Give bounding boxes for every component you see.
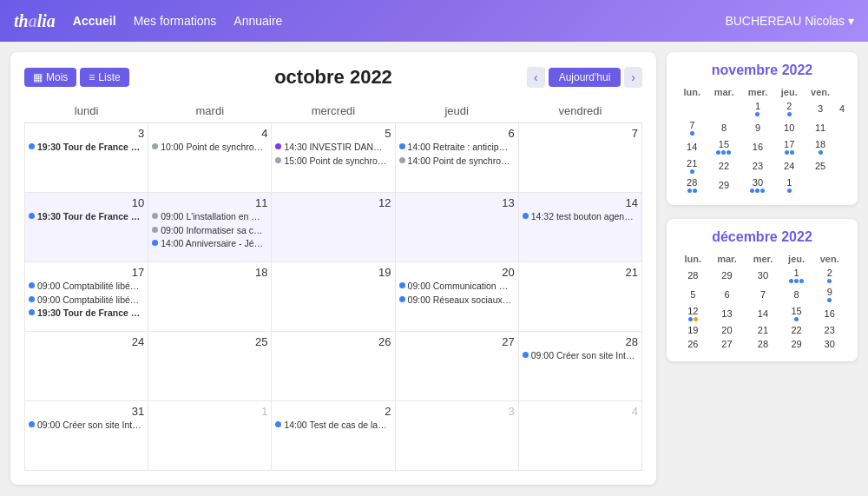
mini-day-cell[interactable]: 9 <box>740 118 774 137</box>
mini-day-cell[interactable]: 29 <box>707 175 740 195</box>
calendar-day-cell[interactable]: 27 <box>395 332 518 401</box>
calendar-day-cell[interactable]: 1 <box>148 401 272 471</box>
calendar-day-cell[interactable]: 18 <box>148 262 272 332</box>
calendar-day-cell[interactable]: 1019:30 Tour de France FSPF - Vac... <box>25 193 148 262</box>
mini-day-cell[interactable]: 7 <box>677 118 707 137</box>
mini-day-cell[interactable]: 19 <box>677 323 709 337</box>
calendar-event[interactable]: 09:00 Créer son site Internet av... <box>523 350 638 362</box>
calendar-event[interactable]: 09:00 Réseaux sociaux : dévelo... <box>399 294 515 307</box>
mini-day-cell[interactable]: 27 <box>709 337 746 351</box>
mini-day-cell[interactable]: 15 <box>707 137 740 156</box>
calendar-day-cell[interactable]: 614:00 Retraite : anticiper pour n...14:… <box>395 123 518 193</box>
mini-day-cell[interactable]: 28 <box>677 266 709 285</box>
mini-day-cell[interactable]: 8 <box>707 118 740 137</box>
calendar-day-cell[interactable]: 1109:00 L'installation en micro e...09:0… <box>148 193 272 262</box>
calendar-event[interactable]: 15:00 Point de synchro THALIA ... <box>275 155 391 168</box>
calendar-day-cell[interactable]: 2009:00 Communication non viol...09:00 R… <box>395 262 518 332</box>
calendar-event[interactable]: 14:00 Retraite : anticiper pour n... <box>399 142 515 154</box>
mini-day-cell[interactable]: 16 <box>812 304 847 323</box>
mini-day-cell[interactable]: 30 <box>745 266 781 285</box>
calendar-event[interactable]: 14:00 Point de synchro THALIA ... <box>399 155 515 168</box>
calendar-day-cell[interactable]: 26 <box>272 332 395 401</box>
calendar-day-cell[interactable]: 410:00 Point de synchro THALIA ... <box>148 123 272 193</box>
mini-day-cell[interactable]: 10 <box>774 118 804 137</box>
calendar-day-cell[interactable]: 1414:32 test bouton agenda via g... <box>518 193 641 262</box>
calendar-day-cell[interactable]: 13 <box>395 193 518 262</box>
calendar-event[interactable]: 19:30 Tour de France FSPF - La ... <box>29 142 144 154</box>
mini-day-cell[interactable]: 21 <box>677 156 707 175</box>
mini-day-cell[interactable]: 23 <box>812 323 847 337</box>
calendar-event[interactable]: 09:00 Comptabilité libérale : Ba... <box>29 281 144 293</box>
calendar-day-cell[interactable]: 514:30 INVESTIR DANS SON LOC...15:00 Poi… <box>272 123 395 193</box>
calendar-event[interactable]: 09:00 Informatiser sa comptab... <box>152 225 267 237</box>
mini-day-cell[interactable]: 14 <box>745 304 781 323</box>
calendar-event[interactable]: 14:30 INVESTIR DANS SON LOC... <box>275 142 391 154</box>
prev-month-btn[interactable]: ‹ <box>527 67 545 88</box>
mini-day-cell[interactable]: 18 <box>804 137 837 156</box>
next-month-btn[interactable]: › <box>624 67 642 88</box>
calendar-day-cell[interactable]: 19 <box>272 262 395 332</box>
today-btn[interactable]: Aujourd'hui <box>549 68 621 87</box>
mini-day-cell[interactable]: 4 <box>837 99 847 118</box>
calendar-event[interactable]: 09:00 Comptabilité libérale : Ba... <box>29 294 144 307</box>
calendar-event[interactable]: 09:00 Créer son site Internet av... <box>29 420 144 432</box>
mini-day-cell[interactable]: 7 <box>745 285 781 304</box>
mini-day-cell[interactable]: 5 <box>677 285 709 304</box>
mini-day-cell[interactable]: 30 <box>740 175 774 195</box>
btn-list[interactable]: ≡ Liste <box>80 68 128 87</box>
mini-day-cell[interactable]: 25 <box>804 156 837 175</box>
mini-day-cell[interactable]: 2 <box>812 266 847 285</box>
mini-day-cell[interactable]: 29 <box>709 266 746 285</box>
calendar-day-cell[interactable]: 7 <box>518 123 641 193</box>
mini-day-cell[interactable]: 16 <box>740 137 774 156</box>
mini-day-cell[interactable]: 30 <box>812 337 847 351</box>
mini-day-cell[interactable]: 12 <box>677 304 709 323</box>
mini-day-cell[interactable]: 20 <box>709 323 746 337</box>
calendar-day-cell[interactable]: 24 <box>25 332 148 401</box>
nav-annuaire[interactable]: Annuaire <box>233 14 282 28</box>
mini-day-cell[interactable]: 11 <box>804 118 837 137</box>
mini-day-cell[interactable]: 22 <box>707 156 740 175</box>
mini-day-cell[interactable] <box>707 99 740 118</box>
mini-day-cell[interactable]: 15 <box>781 304 812 323</box>
calendar-event[interactable]: 09:00 L'installation en micro e... <box>152 211 267 223</box>
calendar-event[interactable]: 14:00 Anniversaire - Jérémy ES... <box>152 238 267 250</box>
calendar-day-cell[interactable]: 4 <box>518 401 641 471</box>
mini-day-cell[interactable]: 1 <box>774 175 804 195</box>
btn-month[interactable]: ▦ Mois <box>24 68 76 87</box>
nav-accueil[interactable]: Accueil <box>73 14 116 28</box>
user-menu[interactable]: BUCHEREAU Nicolas <box>725 14 854 28</box>
calendar-day-cell[interactable]: 214:00 Test de cas de la MEP du ... <box>272 401 395 471</box>
mini-day-cell[interactable]: 1 <box>781 266 812 285</box>
calendar-event[interactable]: 19:30 Tour de France FSPF - Vac... <box>29 211 144 223</box>
mini-day-cell[interactable]: 24 <box>774 156 804 175</box>
calendar-day-cell[interactable]: 12 <box>272 193 395 262</box>
mini-day-cell[interactable]: 9 <box>812 285 847 304</box>
mini-day-cell[interactable]: 17 <box>774 137 804 156</box>
calendar-day-cell[interactable]: 1709:00 Comptabilité libérale : Ba...09:… <box>25 262 148 332</box>
mini-day-cell[interactable]: 26 <box>677 337 709 351</box>
mini-day-cell[interactable]: 28 <box>745 337 781 351</box>
calendar-day-cell[interactable]: 319:30 Tour de France FSPF - La ... <box>25 123 148 193</box>
mini-day-cell[interactable]: 6 <box>709 285 746 304</box>
mini-day-cell[interactable]: 21 <box>745 323 781 337</box>
mini-day-cell[interactable]: 3 <box>804 99 837 118</box>
calendar-day-cell[interactable]: 2809:00 Créer son site Internet av... <box>518 332 641 401</box>
mini-day-cell[interactable]: 1 <box>740 99 774 118</box>
mini-day-cell[interactable]: 22 <box>781 323 812 337</box>
mini-day-cell[interactable]: 29 <box>781 337 812 351</box>
mini-day-cell[interactable]: 23 <box>740 156 774 175</box>
calendar-day-cell[interactable]: 3 <box>395 401 518 471</box>
calendar-event[interactable]: 19:30 Tour de France FSPF - Dé... <box>29 308 144 320</box>
mini-day-cell[interactable]: 8 <box>781 285 812 304</box>
calendar-day-cell[interactable]: 25 <box>148 332 272 401</box>
mini-day-cell[interactable]: 2 <box>774 99 804 118</box>
calendar-event[interactable]: 10:00 Point de synchro THALIA ... <box>152 142 267 154</box>
mini-day-cell[interactable]: 13 <box>709 304 746 323</box>
mini-day-cell[interactable]: 14 <box>677 137 707 156</box>
calendar-day-cell[interactable]: 3109:00 Créer son site Internet av... <box>25 401 148 471</box>
calendar-event[interactable]: 09:00 Communication non viol... <box>399 281 515 293</box>
nav-mes-formations[interactable]: Mes formations <box>134 14 217 28</box>
mini-day-cell[interactable]: 28 <box>677 175 707 195</box>
mini-day-cell[interactable] <box>677 99 707 118</box>
